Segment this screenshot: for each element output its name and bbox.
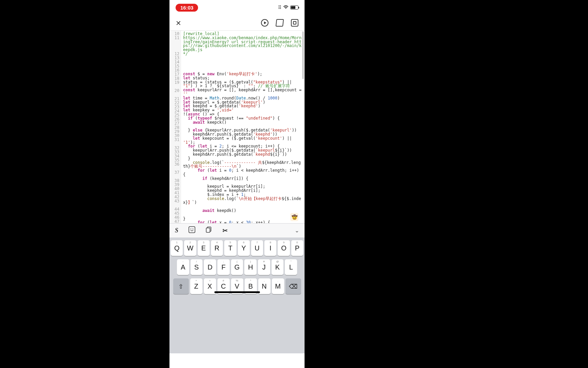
code-line[interactable]: console.log(`\n开始【keep早起打卡${$.index}】`) <box>183 197 303 205</box>
key-t[interactable]: 5T <box>224 240 236 256</box>
backspace-icon <box>289 282 297 290</box>
svg-rect-4 <box>206 228 210 232</box>
key-row-1: 1Q2W3E4R5T6Y7U8I9O0P <box>171 240 303 256</box>
battery-icon <box>290 5 298 10</box>
line-number: 19 <box>169 81 179 89</box>
key-k[interactable]: @K <box>272 259 284 275</box>
code-line[interactable]: https://www.xiaoke.com/benmao/index.php/… <box>183 36 303 52</box>
code-line[interactable]: await keepdk() <box>183 209 303 213</box>
emoji-picker-icon[interactable] <box>189 226 195 235</box>
key-r[interactable]: 4R <box>211 240 223 256</box>
line-gutter: 1011121314151617181920212223242526272829… <box>169 31 181 223</box>
cellular-icon: ⠿ <box>278 5 281 10</box>
shift-icon <box>178 282 183 290</box>
code-line[interactable]: const keepurlArr = [], keephdArr = [],ke… <box>183 88 303 96</box>
backspace-key[interactable] <box>285 278 301 294</box>
key-j[interactable]: ¥J <box>258 259 270 275</box>
key-d[interactable]: :D <box>204 259 216 275</box>
code-line[interactable] <box>183 213 303 217</box>
key-p[interactable]: 0P <box>291 240 303 256</box>
input-method-icon[interactable]: S <box>175 227 178 234</box>
key-l[interactable]: "L <box>285 259 297 275</box>
dismiss-keyboard-icon[interactable]: ⌄ <box>295 227 299 234</box>
code-editor[interactable]: 1011121314151617181920212223242526272829… <box>169 31 305 223</box>
key-f[interactable]: ;F <box>217 259 230 275</box>
code-line[interactable]: let keepcount = ($.getval('keepcount') |… <box>183 137 303 145</box>
run-icon[interactable] <box>261 19 268 27</box>
clock-pill: 16:03 <box>176 4 198 12</box>
key-w[interactable]: 2W <box>184 240 196 256</box>
wifi-icon <box>283 5 289 10</box>
line-number: 37 <box>169 171 179 179</box>
key-a[interactable]: -A <box>177 259 189 275</box>
shift-key[interactable] <box>173 278 189 294</box>
code-line[interactable]: await keepck() <box>183 121 303 125</box>
key-m[interactable]: .M <box>272 278 284 294</box>
format-icon[interactable] <box>291 19 298 27</box>
svg-point-1 <box>191 229 191 229</box>
line-number: 31 <box>169 138 179 146</box>
key-q[interactable]: 1Q <box>171 240 183 256</box>
code-line[interactable]: for (let i = 0; i < keephdArr.length; i+… <box>183 169 303 177</box>
code-line[interactable]: console.log(`------------- 共${keephdArr.… <box>183 161 303 169</box>
copy-icon[interactable] <box>206 226 212 235</box>
line-number: 43 <box>169 199 179 208</box>
code-line[interactable] <box>183 56 303 60</box>
code-line[interactable]: keephdArr.push($.getdata(`keephd${i}`)) <box>183 153 303 157</box>
key-u[interactable]: 7U <box>251 240 263 256</box>
emoji-bubble[interactable]: 🤠 <box>290 213 298 221</box>
close-icon[interactable] <box>176 19 183 27</box>
docs-icon[interactable] <box>276 19 284 27</box>
code-line[interactable]: */ <box>183 52 303 56</box>
phone-frame: 16:03 ⠿ 10111213141516171819202122232425… <box>169 0 305 368</box>
svg-point-2 <box>193 229 193 229</box>
code-line[interactable] <box>183 64 303 68</box>
line-number: 11 <box>169 36 179 52</box>
key-n[interactable]: ,N <box>258 278 271 294</box>
key-row-2: -A/S:D;F(G)H¥J@K"L <box>171 259 303 275</box>
code-line[interactable]: for (let x = 0; x < 30; x++) { <box>183 221 303 223</box>
key-o[interactable]: 9O <box>278 240 290 256</box>
key-h[interactable]: )H <box>244 259 257 275</box>
code-line[interactable]: status = (status = ($.getval("keepstatus… <box>183 80 303 89</box>
key-z[interactable]: +Z <box>190 278 202 294</box>
code-content[interactable]: [rewrite_local]https://www.xiaoke.com/be… <box>181 31 305 223</box>
keyboard-accessory: S ✂ ⌄ <box>169 223 305 237</box>
key-y[interactable]: 6Y <box>238 240 250 256</box>
key-g[interactable]: (G <box>231 259 243 275</box>
scissors-icon[interactable]: ✂ <box>223 227 228 234</box>
key-i[interactable]: 8I <box>264 240 276 256</box>
code-line[interactable]: if (keephdArr[i]) { <box>183 177 303 181</box>
key-s[interactable]: /S <box>191 259 203 275</box>
line-number: 47 <box>169 220 179 223</box>
key-e[interactable]: 3E <box>198 240 210 256</box>
line-number: 36 <box>169 163 179 171</box>
status-indicators: ⠿ <box>278 5 298 10</box>
keyboard: 1Q2W3E4R5T6Y7U8I9O0P -A/S:D;F(G)H¥J@K"L … <box>169 237 305 353</box>
code-line[interactable] <box>183 60 303 64</box>
svg-rect-0 <box>189 227 195 233</box>
scrollbar[interactable] <box>302 31 304 79</box>
home-indicator[interactable] <box>214 291 260 293</box>
editor-toolbar <box>169 15 305 31</box>
line-number: 20 <box>169 89 179 97</box>
status-bar: 16:03 ⠿ <box>169 0 305 15</box>
